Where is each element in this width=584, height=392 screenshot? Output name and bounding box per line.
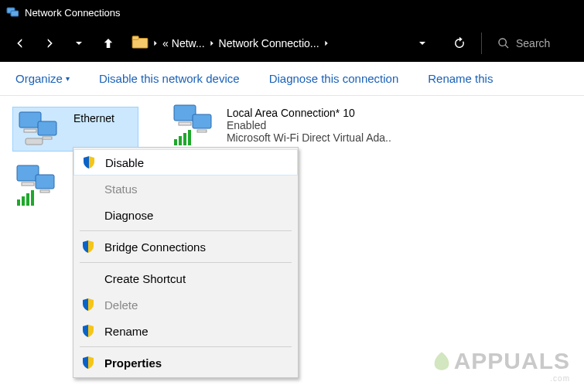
watermark-sub: .com bbox=[431, 374, 570, 383]
chevron-right-icon[interactable] bbox=[323, 36, 330, 50]
connection-details: Local Area Connection* 10 Enabled Micros… bbox=[227, 107, 391, 144]
svg-rect-5 bbox=[24, 129, 36, 132]
shield-icon bbox=[81, 356, 95, 370]
shield-icon bbox=[81, 298, 95, 312]
menu-label: Bridge Connections bbox=[104, 240, 206, 254]
menu-label: Status bbox=[104, 182, 138, 196]
crumb-overflow[interactable]: « bbox=[162, 37, 169, 49]
organize-button[interactable]: Organize ▾ bbox=[15, 72, 70, 85]
svg-rect-1 bbox=[11, 11, 19, 16]
connection-item-ethernet[interactable]: Ethernet bbox=[12, 107, 138, 152]
organize-label: Organize bbox=[15, 72, 63, 85]
menu-label: Create Shortcut bbox=[104, 272, 186, 285]
leaf-icon bbox=[431, 350, 453, 372]
svg-rect-14 bbox=[179, 136, 182, 145]
chevron-right-icon[interactable] bbox=[152, 36, 159, 50]
svg-rect-11 bbox=[193, 114, 211, 128]
menu-item-bridge[interactable]: Bridge Connections bbox=[73, 233, 298, 260]
breadcrumb-item[interactable]: Network Connectio... bbox=[219, 37, 319, 49]
svg-rect-12 bbox=[197, 130, 207, 132]
watermark-brand: APPUALS bbox=[431, 348, 570, 374]
connection-item-lac10[interactable]: Local Area Connection* 10 Enabled Micros… bbox=[169, 107, 391, 152]
svg-rect-18 bbox=[22, 182, 34, 186]
window-title: Network Connections bbox=[25, 7, 121, 19]
svg-rect-6 bbox=[38, 121, 56, 135]
svg-rect-10 bbox=[179, 122, 191, 125]
svg-rect-16 bbox=[188, 130, 191, 145]
address-bar[interactable]: « Netw... Network Connectio... bbox=[127, 30, 438, 56]
svg-rect-23 bbox=[26, 193, 29, 206]
diagnose-button[interactable]: Diagnose this connection bbox=[269, 72, 399, 85]
menu-label: Diagnose bbox=[104, 209, 153, 222]
forward-button[interactable] bbox=[39, 32, 60, 54]
svg-rect-8 bbox=[26, 138, 43, 145]
up-button[interactable] bbox=[97, 32, 119, 54]
svg-rect-22 bbox=[22, 196, 25, 206]
menu-item-rename[interactable]: Rename bbox=[73, 318, 298, 344]
back-button[interactable] bbox=[9, 32, 31, 54]
network-adapter-icon bbox=[169, 107, 219, 144]
search-icon bbox=[497, 37, 510, 49]
nav-toolbar: « Netw... Network Connectio... Search bbox=[0, 25, 584, 62]
svg-rect-3 bbox=[132, 36, 138, 40]
rename-button[interactable]: Rename this bbox=[428, 72, 493, 85]
menu-item-properties[interactable]: Properties bbox=[73, 349, 298, 376]
watermark: APPUALS .com bbox=[431, 348, 570, 383]
connection-name: Local Area Connection* 10 bbox=[227, 107, 391, 119]
menu-item-delete: Delete bbox=[73, 291, 298, 318]
shield-icon bbox=[82, 155, 96, 169]
svg-rect-15 bbox=[183, 133, 186, 145]
menu-label: Disable bbox=[105, 156, 144, 169]
watermark-text: APPUALS bbox=[454, 348, 570, 374]
folder-icon bbox=[131, 35, 149, 52]
recent-locations-button[interactable] bbox=[68, 32, 90, 54]
window-titlebar: Network Connections bbox=[0, 0, 584, 25]
svg-rect-19 bbox=[36, 175, 54, 189]
refresh-button[interactable] bbox=[446, 29, 473, 57]
network-adapter-icon bbox=[16, 111, 66, 148]
shield-icon bbox=[81, 240, 95, 254]
caret-down-icon: ▾ bbox=[66, 74, 70, 83]
breadcrumb-item[interactable]: Netw... bbox=[172, 37, 205, 49]
svg-rect-7 bbox=[43, 137, 52, 139]
search-placeholder: Search bbox=[516, 37, 550, 49]
address-dropdown-button[interactable] bbox=[412, 32, 433, 54]
search-box[interactable]: Search bbox=[490, 30, 575, 56]
shield-icon bbox=[81, 324, 95, 338]
menu-label: Rename bbox=[104, 325, 149, 338]
app-icon bbox=[6, 6, 19, 19]
menu-label: Delete bbox=[104, 298, 138, 312]
command-bar: Organize ▾ Disable this network device D… bbox=[0, 62, 584, 96]
context-menu: Disable Status Diagnose Bridge Connectio… bbox=[73, 147, 299, 378]
menu-separator bbox=[80, 230, 292, 231]
connection-item-other[interactable] bbox=[12, 167, 62, 204]
disable-device-button[interactable]: Disable this network device bbox=[99, 72, 240, 85]
divider bbox=[481, 32, 482, 54]
menu-item-status: Status bbox=[73, 176, 298, 202]
connection-device: Microsoft Wi-Fi Direct Virtual Ada.. bbox=[227, 131, 391, 144]
svg-rect-13 bbox=[174, 139, 177, 145]
menu-label: Properties bbox=[104, 356, 162, 370]
connection-status: Enabled bbox=[227, 119, 391, 131]
svg-rect-24 bbox=[31, 190, 34, 206]
svg-rect-21 bbox=[17, 199, 20, 206]
chevron-right-icon[interactable] bbox=[208, 36, 216, 50]
menu-separator bbox=[80, 262, 292, 263]
menu-item-shortcut[interactable]: Create Shortcut bbox=[73, 265, 298, 291]
network-adapter-icon bbox=[12, 167, 62, 204]
menu-separator bbox=[80, 346, 292, 347]
menu-item-disable[interactable]: Disable bbox=[73, 149, 298, 176]
menu-item-diagnose[interactable]: Diagnose bbox=[73, 202, 298, 228]
svg-rect-20 bbox=[40, 190, 50, 193]
connection-name: Ethernet bbox=[73, 111, 114, 124]
